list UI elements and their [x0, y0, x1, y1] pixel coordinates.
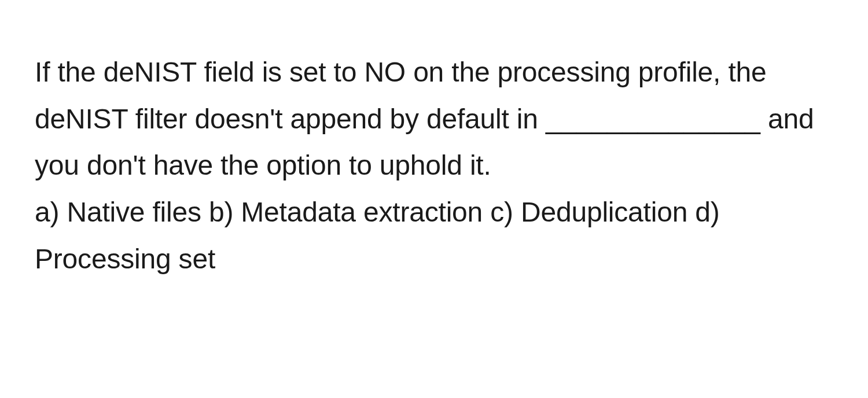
question-stem: If the deNIST field is set to NO on the … [35, 49, 833, 189]
question-container: If the deNIST field is set to NO on the … [35, 49, 833, 282]
question-options: a) Native files b) Metadata extraction c… [35, 189, 833, 282]
